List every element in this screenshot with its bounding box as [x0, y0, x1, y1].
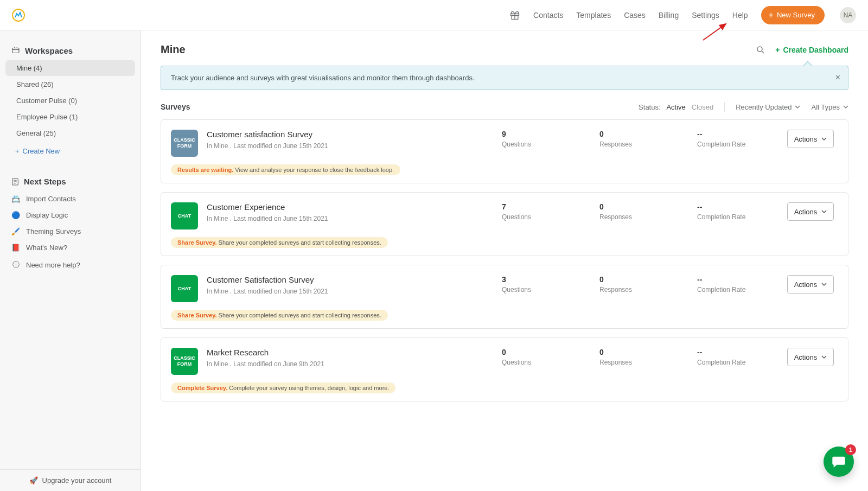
- survey-type-badge: CHAT: [171, 275, 198, 302]
- surveys-heading: Surveys: [161, 103, 190, 111]
- chevron-down-icon: [821, 282, 827, 287]
- sidebar-workspace-item[interactable]: Customer Pulse (0): [5, 93, 135, 109]
- stat-completion-value: --: [697, 275, 757, 284]
- actions-button[interactable]: Actions: [787, 348, 834, 366]
- main-content: Mine + Create Dashboard Track your audie…: [141, 30, 868, 491]
- chevron-down-icon: [843, 104, 848, 110]
- survey-hint-pill: Results are waiting. View and analyse yo…: [171, 164, 400, 175]
- workspaces-icon: [11, 46, 21, 55]
- whatsnew-icon: 📕: [11, 244, 21, 252]
- stat-questions-value: 3: [502, 275, 561, 284]
- status-closed[interactable]: Closed: [692, 103, 713, 111]
- survey-title: Market Research: [207, 348, 435, 357]
- stat-questions-label: Questions: [502, 141, 561, 148]
- stat-completion-value: --: [697, 130, 757, 138]
- sidebar-step-item[interactable]: 🖌️Theming Surveys: [5, 224, 135, 239]
- nav-help[interactable]: Help: [732, 11, 748, 20]
- survey-title: Customer satisfaction Survey: [207, 130, 435, 139]
- sidebar-workspace-item[interactable]: General (25): [5, 125, 135, 141]
- stat-questions-value: 7: [502, 202, 561, 211]
- survey-hint-pill: Complete Survey. Complete your survey us…: [171, 382, 395, 393]
- chat-icon: [831, 454, 846, 469]
- sort-dropdown[interactable]: Recently Updated: [736, 103, 800, 111]
- stat-completion-label: Completion Rate: [697, 213, 757, 221]
- page-title: Mine: [161, 43, 186, 56]
- svg-point-4: [757, 47, 762, 52]
- stat-responses-label: Responses: [599, 286, 659, 294]
- type-dropdown[interactable]: All Types: [811, 103, 848, 111]
- tip-banner: Track your audience and surveys with gre…: [161, 66, 848, 90]
- survey-type-badge: CLASSICFORM: [171, 348, 198, 375]
- nav-settings[interactable]: Settings: [692, 11, 719, 20]
- survey-meta: In Mine . Last modified on June 15th 202…: [207, 142, 435, 150]
- stat-responses-label: Responses: [599, 359, 659, 366]
- tip-text: Track your audience and surveys with gre…: [171, 74, 475, 82]
- sidebar-step-item[interactable]: 📇Import Contacts: [5, 191, 135, 207]
- new-survey-button[interactable]: + New Survey: [761, 6, 825, 24]
- steps-icon: [11, 177, 20, 186]
- close-icon[interactable]: ×: [835, 73, 840, 82]
- svg-rect-2: [12, 48, 19, 53]
- survey-type-badge: CLASSICFORM: [171, 130, 198, 157]
- stat-responses-label: Responses: [599, 141, 659, 148]
- tip-arrow: [803, 61, 813, 71]
- logic-icon: 🔵: [11, 211, 21, 219]
- actions-button[interactable]: Actions: [787, 202, 834, 221]
- stat-completion-label: Completion Rate: [697, 141, 757, 148]
- stat-questions-value: 9: [502, 130, 561, 138]
- nav-contacts[interactable]: Contacts: [533, 11, 563, 20]
- sidebar: Workspaces Mine (4)Shared (26)Customer P…: [0, 30, 141, 491]
- chat-widget[interactable]: 1: [824, 447, 854, 477]
- theme-icon: 🖌️: [11, 227, 21, 235]
- create-dashboard-button[interactable]: + Create Dashboard: [775, 46, 848, 54]
- stat-completion-label: Completion Rate: [697, 286, 757, 294]
- survey-title: Customer Satisfaction Survey: [207, 275, 435, 284]
- rocket-icon: 🚀: [29, 476, 38, 484]
- survey-title: Customer Experience: [207, 202, 435, 212]
- upgrade-account[interactable]: 🚀 Upgrade your account: [0, 469, 141, 491]
- survey-meta: In Mine . Last modified on June 15th 202…: [207, 215, 435, 222]
- contacts-icon: 📇: [11, 195, 21, 203]
- stat-completion-value: --: [697, 202, 757, 211]
- sidebar-step-item[interactable]: 🔵Display Logic: [5, 207, 135, 223]
- divider: [724, 102, 725, 112]
- nav-templates[interactable]: Templates: [576, 11, 611, 20]
- sidebar-step-item[interactable]: 📕What's New?: [5, 240, 135, 256]
- create-workspace[interactable]: + Create New: [5, 142, 135, 157]
- workspaces-header: Workspaces: [5, 38, 135, 60]
- avatar[interactable]: NA: [840, 7, 856, 23]
- nav-cases[interactable]: Cases: [624, 11, 646, 20]
- app-logo[interactable]: [12, 9, 25, 22]
- help-icon: ⓘ: [11, 260, 21, 270]
- plus-icon: +: [15, 147, 20, 155]
- plus-icon: +: [775, 46, 780, 54]
- survey-row[interactable]: CLASSICFORMCustomer satisfaction SurveyI…: [161, 119, 848, 183]
- chevron-down-icon: [821, 354, 827, 360]
- sidebar-workspace-item[interactable]: Shared (26): [5, 76, 135, 92]
- sidebar-workspace-item[interactable]: Employee Pulse (1): [5, 109, 135, 125]
- gift-icon[interactable]: [509, 10, 520, 21]
- survey-row[interactable]: CHATCustomer Satisfaction SurveyIn Mine …: [161, 265, 848, 329]
- search-icon[interactable]: [756, 45, 765, 55]
- survey-type-badge: CHAT: [171, 202, 198, 229]
- stat-questions-label: Questions: [502, 359, 561, 366]
- sidebar-step-item[interactable]: ⓘNeed more help?: [5, 256, 135, 273]
- actions-button[interactable]: Actions: [787, 130, 834, 148]
- survey-hint-pill: Share Survey. Share your completed surve…: [171, 310, 388, 321]
- stat-responses-value: 0: [599, 130, 659, 138]
- stat-questions-label: Questions: [502, 213, 561, 221]
- survey-meta: In Mine . Last modified on June 15th 202…: [207, 288, 435, 295]
- survey-meta: In Mine . Last modified on June 9th 2021: [207, 360, 435, 368]
- nav-billing[interactable]: Billing: [659, 11, 679, 20]
- survey-row[interactable]: CLASSICFORMMarket ResearchIn Mine . Last…: [161, 337, 848, 401]
- survey-row[interactable]: CHATCustomer ExperienceIn Mine . Last mo…: [161, 192, 848, 256]
- stat-questions-value: 0: [502, 348, 561, 356]
- status-label: Status:: [639, 103, 660, 111]
- chevron-down-icon: [821, 136, 827, 142]
- stat-responses-value: 0: [599, 275, 659, 284]
- status-active[interactable]: Active: [666, 103, 685, 111]
- sidebar-workspace-item[interactable]: Mine (4): [5, 60, 135, 76]
- new-survey-label: New Survey: [777, 11, 815, 19]
- chevron-down-icon: [795, 104, 800, 110]
- actions-button[interactable]: Actions: [787, 275, 834, 294]
